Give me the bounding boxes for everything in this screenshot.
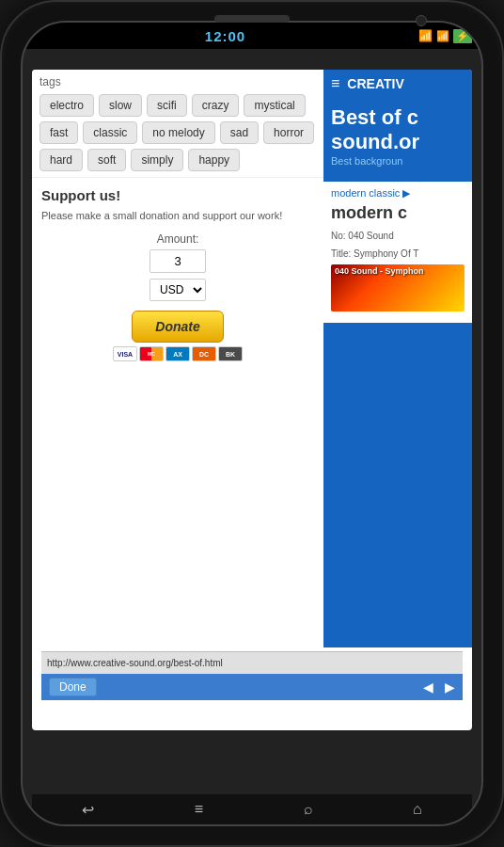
- android-nav-bar: ↩ ≡ ⌕ ⌂: [32, 794, 472, 824]
- search-nav-button[interactable]: ⌕: [304, 801, 313, 818]
- left-panel: Tags electro slow scifi crazy mystical f…: [32, 70, 323, 647]
- status-icons: 📶 📶 ⚡: [418, 29, 472, 43]
- browser-content: Tags electro slow scifi crazy mystical f…: [32, 70, 472, 647]
- menu-nav-button[interactable]: ≡: [195, 801, 203, 818]
- track-title-heading: modern c: [331, 203, 465, 223]
- tag-soft[interactable]: soft: [87, 149, 126, 171]
- track-number: No: 040 Sound: [331, 229, 465, 243]
- signal-icon: 📶: [436, 30, 449, 42]
- speaker-grill: [214, 15, 290, 23]
- tag-simply[interactable]: simply: [131, 149, 183, 171]
- tags-grid: electro slow scifi crazy mystical fast c…: [39, 94, 316, 171]
- phone-device: 12:00 📶 📶 ⚡ Tags electro slow sci: [0, 0, 504, 847]
- currency-select-wrapper[interactable]: USD EUR GBP: [41, 279, 314, 301]
- payment-icons: VISA MC AX DC BK: [113, 346, 243, 361]
- url-bar: http://www.creative-sound.org/best-of.ht…: [41, 651, 463, 674]
- wifi-icon: 📶: [418, 29, 433, 42]
- support-title: Support us!: [41, 187, 314, 203]
- donate-section: Donate VISA MC AX DC BK: [41, 311, 314, 361]
- right-white-content: modern classic ▶ modern c No: 040 Sound …: [323, 182, 472, 323]
- tag-electro[interactable]: electro: [39, 94, 94, 117]
- tag-classic[interactable]: classic: [83, 121, 137, 144]
- tag-happy[interactable]: happy: [188, 149, 240, 171]
- tag-horror[interactable]: horror: [263, 121, 314, 144]
- donate-button[interactable]: Donate: [132, 311, 223, 343]
- status-bar: 12:00 📶 📶 ⚡: [23, 23, 481, 49]
- track-thumbnail[interactable]: 040 Sound - Symphon: [331, 264, 465, 312]
- support-description: Please make a small donation and support…: [41, 209, 314, 223]
- home-nav-button[interactable]: ⌂: [413, 801, 422, 818]
- tag-mystical[interactable]: mystical: [244, 94, 305, 117]
- right-header: ≡ CREATIV: [323, 70, 472, 98]
- hero-line2: sound.or: [331, 130, 465, 154]
- status-time: 12:00: [205, 28, 245, 44]
- right-panel: ≡ CREATIV Best of c sound.or Best backgr…: [323, 70, 472, 647]
- hero-line1: Best of c: [331, 105, 465, 130]
- phone-screen: 12:00 📶 📶 ⚡ Tags electro slow sci: [21, 21, 483, 826]
- hero-subtitle: Best backgroun: [331, 155, 465, 167]
- forward-arrow[interactable]: ▶: [445, 679, 455, 695]
- nav-arrows: ◀ ▶: [423, 679, 455, 695]
- modern-classic-link[interactable]: modern classic ▶: [331, 187, 465, 200]
- done-button[interactable]: Done: [49, 678, 97, 696]
- bank-icon: BK: [218, 346, 243, 361]
- tag-fast[interactable]: fast: [39, 121, 78, 144]
- track-name: Title: Symphony Of T: [331, 247, 465, 261]
- browser-bottom-bar: Done ◀ ▶: [41, 674, 463, 700]
- tags-section: Tags electro slow scifi crazy mystical f…: [32, 70, 323, 178]
- tag-hard[interactable]: hard: [39, 149, 83, 171]
- visa-icon: VISA: [113, 346, 137, 361]
- back-arrow[interactable]: ◀: [423, 679, 433, 695]
- tag-slow[interactable]: slow: [99, 94, 142, 117]
- tag-crazy[interactable]: crazy: [192, 94, 240, 117]
- mastercard-icon: MC: [139, 346, 164, 361]
- currency-dropdown[interactable]: USD EUR GBP: [150, 279, 206, 301]
- tags-label: Tags: [39, 75, 316, 88]
- url-text: http://www.creative-sound.org/best-of.ht…: [47, 658, 223, 668]
- amount-label: Amount:: [41, 232, 314, 246]
- battery-icon: ⚡: [453, 29, 472, 43]
- tag-sad[interactable]: sad: [220, 121, 259, 144]
- hero-section: Best of c sound.or Best backgroun: [323, 98, 472, 182]
- volume-button[interactable]: [0, 190, 2, 237]
- tag-scifi[interactable]: scifi: [147, 94, 187, 117]
- front-camera: [416, 15, 427, 26]
- screen-area: Tags electro slow scifi crazy mystical f…: [32, 70, 472, 730]
- tag-no-melody[interactable]: no melody: [142, 121, 214, 144]
- discover-icon: DC: [192, 346, 216, 361]
- amount-input[interactable]: [150, 249, 206, 273]
- thumbnail-label: 040 Sound - Symphon: [335, 266, 424, 276]
- amex-icon: AX: [165, 346, 190, 361]
- hamburger-icon[interactable]: ≡: [331, 75, 339, 92]
- back-nav-button[interactable]: ↩: [82, 801, 94, 819]
- support-section: Support us! Please make a small donation…: [32, 178, 323, 371]
- brand-text: CREATIV: [347, 76, 403, 91]
